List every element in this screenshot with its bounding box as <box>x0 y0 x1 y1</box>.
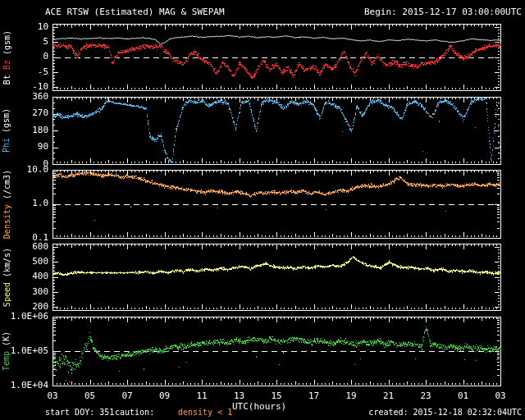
ace-rtsw-plot: ACE RTSW (Estimated) MAG & SWEPAM Begin:… <box>0 0 525 420</box>
y-axis-label-part: Temp <box>2 351 11 371</box>
y-axis-label-part: Phi <box>2 138 11 153</box>
y-axis-label-part: (K) <box>2 331 11 351</box>
page-title: ACE RTSW (Estimated) MAG & SWEPAM <box>45 7 225 17</box>
y-axis-label-part: Bz <box>2 60 11 70</box>
footer-caution-label: caution: <box>115 408 154 417</box>
y-axis-label-part: (/cm3) <box>2 169 11 203</box>
footer-caution-value: density < 1 <box>178 408 232 417</box>
y-axis-label-part: Bt <box>2 70 11 84</box>
x-axis-title: UTC(hours) <box>232 401 286 412</box>
chart-canvas <box>0 0 525 420</box>
y-axis-label-part: Speed <box>2 282 11 307</box>
y-axis-label-part: (gsm) <box>2 108 11 138</box>
y-axis-label-temp: Temp (K) <box>1 307 12 395</box>
footer-created-timestamp: created: 2015-12-18 02:32:04UTC <box>368 408 522 417</box>
y-axis-label-part: Density <box>2 204 11 239</box>
y-axis-label-part: (km/s) <box>2 247 11 281</box>
begin-timestamp: Begin: 2015-12-17 03:00:00UTC <box>364 7 522 17</box>
footer-start-doy: start DOY: 351 <box>45 408 114 417</box>
y-axis-label-part: (gsm) <box>2 30 11 59</box>
